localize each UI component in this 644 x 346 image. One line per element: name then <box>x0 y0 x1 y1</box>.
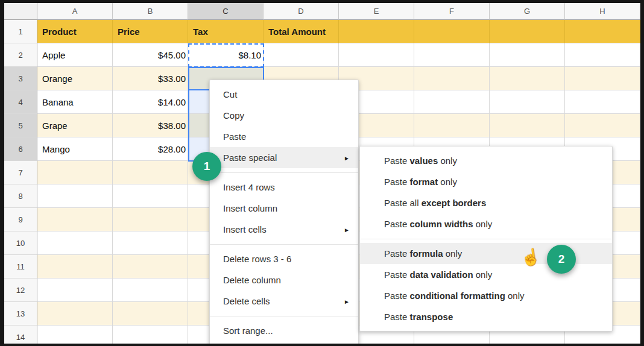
submenu-arrow-icon: ► <box>344 291 350 312</box>
cell-B8[interactable] <box>113 184 188 208</box>
col-header-B[interactable]: B <box>113 3 188 20</box>
cell-H1[interactable] <box>565 20 640 43</box>
cell-F1[interactable] <box>414 20 490 43</box>
cell-B14[interactable] <box>113 326 188 344</box>
col-header-C[interactable]: C <box>188 3 264 20</box>
menu-item-sort-range[interactable]: Sort range... <box>210 320 358 341</box>
col-header-E[interactable]: E <box>339 3 414 20</box>
menu-item-insert-4-rows[interactable]: Insert 4 rows <box>210 177 358 198</box>
step-badge-2: 2 <box>547 245 576 274</box>
row-header-12[interactable]: 12 <box>4 278 37 302</box>
row-header-10[interactable]: 10 <box>4 231 37 255</box>
cell-B6[interactable]: $28.00 <box>113 137 188 161</box>
cell-G3[interactable] <box>490 67 565 90</box>
cell-A9[interactable] <box>37 208 113 231</box>
menu-item-paste-conditional-formatting-only[interactable]: Paste conditional formatting only <box>360 285 612 306</box>
cell-B9[interactable] <box>113 208 188 231</box>
col-header-G[interactable]: G <box>490 3 565 20</box>
menu-item-delete-cells[interactable]: Delete cells► <box>210 291 358 312</box>
row-header-7[interactable]: 7 <box>4 161 37 184</box>
row-header-14[interactable]: 14 <box>4 326 37 344</box>
menu-item-paste-special[interactable]: Paste special► <box>210 147 358 168</box>
cell-G4[interactable] <box>490 90 565 114</box>
cell-A8[interactable] <box>37 184 113 208</box>
cell-D1[interactable]: Total Amount <box>264 20 339 43</box>
row-header-9[interactable]: 9 <box>4 208 37 231</box>
cell-F2[interactable] <box>414 43 490 67</box>
menu-item-paste-transpose[interactable]: Paste transpose <box>360 306 612 327</box>
cell-A14[interactable] <box>37 326 113 344</box>
cell-B13[interactable] <box>113 302 188 326</box>
cell-A3[interactable]: Orange <box>37 67 113 90</box>
cell-D2[interactable] <box>264 43 339 67</box>
cell-H2[interactable] <box>565 43 640 67</box>
row-header-8[interactable]: 8 <box>4 184 37 208</box>
cell-B7[interactable] <box>113 161 188 184</box>
row-header-1[interactable]: 1 <box>4 20 37 43</box>
pointer-hand-cursor-icon: ☝ <box>519 247 542 268</box>
cell-B11[interactable] <box>113 255 188 278</box>
cell-A4[interactable]: Banana <box>37 90 113 114</box>
menu-item-insert-cells[interactable]: Insert cells► <box>210 219 358 240</box>
sheet-row-1: 1ProductPriceTaxTotal Amount <box>4 20 640 43</box>
copied-cell-marquee <box>188 43 264 68</box>
cell-H4[interactable] <box>565 90 640 114</box>
cell-A10[interactable] <box>37 231 113 255</box>
cell-A1[interactable]: Product <box>37 20 113 43</box>
menu-item-paste-values-only[interactable]: Paste values only <box>360 150 612 171</box>
menu-item-paste-format-only[interactable]: Paste format only <box>360 171 612 192</box>
cell-G2[interactable] <box>490 43 565 67</box>
context-menu-separator <box>210 172 358 173</box>
col-header-A[interactable]: A <box>37 3 113 20</box>
cell-C1[interactable]: Tax <box>188 20 264 43</box>
spreadsheet-app: ABCDEFGH1ProductPriceTaxTotal Amount2App… <box>4 3 640 344</box>
row-header-6[interactable]: 6 <box>4 137 37 161</box>
cell-F5[interactable] <box>414 114 490 137</box>
row-header-5[interactable]: 5 <box>4 114 37 137</box>
row-header-11[interactable]: 11 <box>4 255 37 278</box>
cell-A11[interactable] <box>37 255 113 278</box>
col-header-H[interactable]: H <box>565 3 640 20</box>
cell-A5[interactable]: Grape <box>37 114 113 137</box>
menu-item-delete-rows-3-6[interactable]: Delete rows 3 - 6 <box>210 248 358 269</box>
menu-item-paste-data-validation-only[interactable]: Paste data validation only <box>360 264 612 285</box>
cell-A6[interactable]: Mango <box>37 137 113 161</box>
menu-item-cut[interactable]: Cut <box>210 84 358 105</box>
cell-A12[interactable] <box>37 278 113 302</box>
row-header-3[interactable]: 3 <box>4 67 37 90</box>
cell-E2[interactable] <box>339 43 414 67</box>
cell-B4[interactable]: $14.00 <box>113 90 188 114</box>
cell-H5[interactable] <box>565 114 640 137</box>
menu-item-delete-column[interactable]: Delete column <box>210 269 358 291</box>
step-badge-1: 1 <box>192 152 221 181</box>
menu-item-paste-column-widths-only[interactable]: Paste column widths only <box>360 213 612 234</box>
cell-B1[interactable]: Price <box>113 20 188 43</box>
cell-F3[interactable] <box>414 67 490 90</box>
context-menu: CutCopyPastePaste special►Insert 4 rowsI… <box>209 80 359 344</box>
select-all-corner[interactable] <box>4 3 37 20</box>
menu-item-copy[interactable]: Copy <box>210 105 358 126</box>
menu-item-insert-column[interactable]: Insert column <box>210 198 358 219</box>
row-header-2[interactable]: 2 <box>4 43 37 67</box>
cell-H3[interactable] <box>565 67 640 90</box>
menu-item-paste[interactable]: Paste <box>210 126 358 147</box>
row-header-4[interactable]: 4 <box>4 90 37 114</box>
cell-B3[interactable]: $33.00 <box>113 67 188 90</box>
cell-A7[interactable] <box>37 161 113 184</box>
cell-B2[interactable]: $45.00 <box>113 43 188 67</box>
submenu-arrow-icon: ► <box>344 148 350 169</box>
row-header-13[interactable]: 13 <box>4 302 37 326</box>
col-header-D[interactable]: D <box>264 3 339 20</box>
cell-A2[interactable]: Apple <box>37 43 113 67</box>
cell-F4[interactable] <box>414 90 490 114</box>
cell-G1[interactable] <box>490 20 565 43</box>
col-header-F[interactable]: F <box>414 3 490 20</box>
cell-B12[interactable] <box>113 278 188 302</box>
cell-B5[interactable]: $38.00 <box>113 114 188 137</box>
sheet-row-2: 2Apple$45.00$8.10 <box>4 43 640 67</box>
cell-B10[interactable] <box>113 231 188 255</box>
cell-A13[interactable] <box>37 302 113 326</box>
cell-G5[interactable] <box>490 114 565 137</box>
cell-E1[interactable] <box>339 20 414 43</box>
menu-item-paste-all-except-borders[interactable]: Paste all except borders <box>360 192 612 213</box>
